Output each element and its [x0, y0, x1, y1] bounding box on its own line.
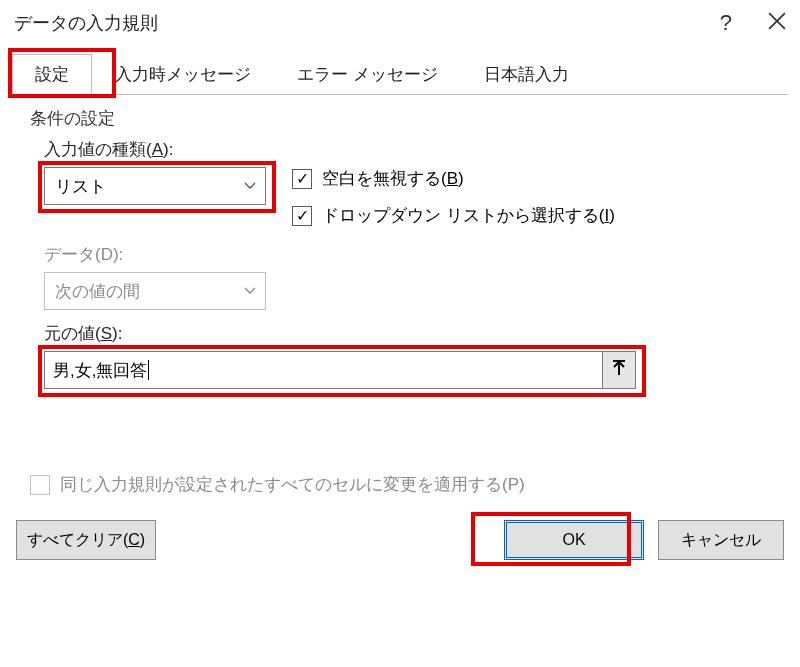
source-label: 元の値(S):	[44, 322, 770, 345]
source-row: 男,女,無回答	[44, 351, 770, 389]
dropdown-post: )	[609, 206, 615, 225]
range-select-button[interactable]	[602, 351, 636, 389]
clear-key: C	[128, 531, 140, 548]
ignore-blank-post: )	[458, 169, 464, 188]
checkbox-icon: ✓	[292, 169, 312, 189]
source-input-row: 男,女,無回答	[44, 351, 636, 389]
data-row: 次の値の間	[44, 272, 770, 310]
source-label-pre: 元の値(	[44, 324, 101, 343]
data-label-pre: データ(	[44, 245, 101, 264]
titlebar: データの入力規則 ?	[0, 0, 800, 46]
source-input[interactable]: 男,女,無回答	[44, 351, 602, 389]
clear-pre: すべてクリア(	[27, 531, 128, 548]
apply-post: )	[519, 475, 525, 494]
data-combo: 次の値の間	[44, 272, 266, 310]
checkbox-icon	[30, 475, 50, 495]
source-label-post: ):	[112, 324, 122, 343]
tab-ime[interactable]: 日本語入力	[461, 54, 592, 94]
ignore-blank-pre: 空白を無視する(	[322, 169, 447, 188]
collapse-arrow-icon	[612, 360, 626, 380]
text-caret	[148, 360, 149, 380]
tab-error-message[interactable]: エラー メッセージ	[274, 54, 461, 94]
apply-to-all-checkbox: 同じ入力規則が設定されたすべてのセルに変更を適用する(P)	[30, 473, 770, 496]
content-area: 条件の設定 入力値の種類(A): リスト ✓ 空白を無視する(B) ✓ ドロップ…	[0, 95, 800, 506]
clear-all-label: すべてクリア(C)	[27, 530, 145, 551]
apply-key: P	[508, 475, 519, 494]
clear-post: )	[140, 531, 145, 548]
ok-button[interactable]: OK	[504, 520, 644, 560]
in-cell-dropdown-checkbox[interactable]: ✓ ドロップダウン リストから選択する(I)	[292, 204, 615, 227]
clear-all-button[interactable]: すべてクリア(C)	[16, 520, 156, 560]
data-label: データ(D):	[44, 243, 770, 266]
checkbox-group: ✓ 空白を無視する(B) ✓ ドロップダウン リストから選択する(I)	[292, 167, 615, 241]
data-combo-value: 次の値の間	[55, 280, 140, 303]
ignore-blank-key: B	[447, 169, 458, 188]
dropdown-label: ドロップダウン リストから選択する(I)	[322, 204, 615, 227]
source-label-key: S	[101, 324, 112, 343]
allow-label-pre: 入力値の種類(	[44, 140, 152, 159]
allow-label: 入力値の種類(A):	[44, 138, 770, 161]
tabs-container: 設定 入力時メッセージ エラー メッセージ 日本語入力	[0, 46, 800, 95]
allow-label-post: ):	[163, 140, 173, 159]
help-button[interactable]: ?	[720, 10, 732, 36]
dialog-title: データの入力規則	[14, 11, 158, 35]
apply-label: 同じ入力規則が設定されたすべてのセルに変更を適用する(P)	[60, 473, 525, 496]
tab-input-message[interactable]: 入力時メッセージ	[92, 54, 274, 94]
allow-label-key: A	[152, 140, 163, 159]
tab-settings[interactable]: 設定	[12, 54, 92, 95]
apply-pre: 同じ入力規則が設定されたすべてのセルに変更を適用する(	[60, 475, 508, 494]
allow-row: リスト ✓ 空白を無視する(B) ✓ ドロップダウン リストから選択する(I)	[44, 167, 770, 241]
allow-combo[interactable]: リスト	[44, 167, 266, 205]
dropdown-pre: ドロップダウン リストから選択する(	[322, 206, 604, 225]
section-label: 条件の設定	[30, 107, 770, 130]
ignore-blank-checkbox[interactable]: ✓ 空白を無視する(B)	[292, 167, 615, 190]
chevron-down-icon	[235, 168, 265, 204]
source-input-value: 男,女,無回答	[53, 359, 147, 382]
window-controls: ?	[720, 10, 786, 36]
data-label-post: ):	[113, 245, 123, 264]
ignore-blank-label: 空白を無視する(B)	[322, 167, 464, 190]
tab-strip: 設定 入力時メッセージ エラー メッセージ 日本語入力	[12, 54, 788, 95]
button-bar: すべてクリア(C) OK キャンセル	[0, 506, 800, 574]
chevron-down-icon	[235, 273, 265, 309]
checkbox-icon: ✓	[292, 206, 312, 226]
allow-combo-value: リスト	[55, 175, 106, 198]
close-button[interactable]	[768, 12, 786, 35]
data-label-key: D	[101, 245, 113, 264]
cancel-button[interactable]: キャンセル	[658, 520, 784, 560]
